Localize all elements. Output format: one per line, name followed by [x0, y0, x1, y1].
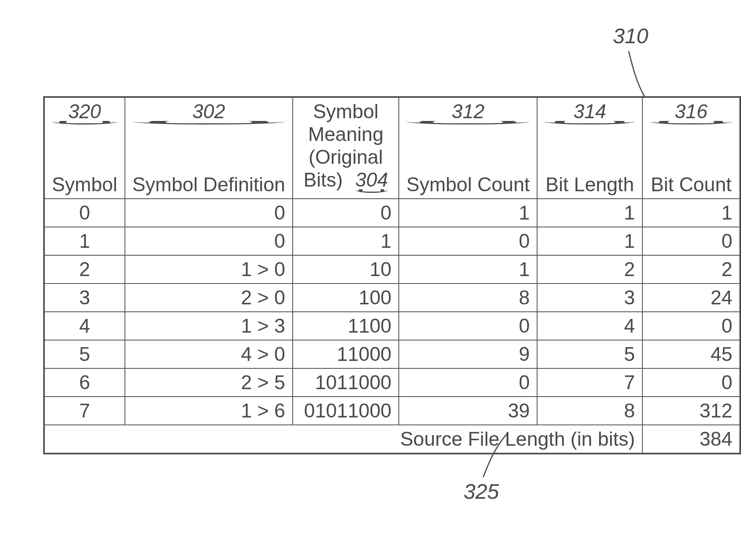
cell-bitlen: 7 — [537, 368, 642, 397]
cell-definition: 1 > 3 — [125, 312, 293, 340]
callout-325: 325 — [464, 479, 499, 503]
col-label-bitlen: Bit Length — [545, 173, 635, 196]
cell-meaning: 1011000 — [293, 368, 399, 397]
cell-bitcount: 312 — [642, 397, 740, 425]
col-header-bitlen: 314 Bit Length — [537, 97, 642, 199]
table-row: 54 > 0110009545 — [44, 340, 740, 368]
cell-count: 1 — [399, 255, 537, 284]
cell-bitcount: 0 — [642, 312, 740, 340]
col-label-definition: Symbol Definition — [132, 173, 285, 196]
cell-meaning: 01011000 — [293, 397, 399, 425]
cell-definition: 2 > 0 — [125, 284, 293, 312]
table-row: 000111 — [44, 199, 740, 227]
ref-320: 320 — [52, 100, 117, 124]
col-header-symbol: 320 Symbol — [44, 97, 125, 199]
table-row: 62 > 51011000070 — [44, 368, 740, 397]
table-row: 101010 — [44, 227, 740, 255]
cell-symbol: 7 — [44, 397, 125, 425]
cell-bitcount: 1 — [642, 199, 740, 227]
cell-definition: 0 — [125, 199, 293, 227]
cell-count: 0 — [399, 227, 537, 255]
cell-meaning: 11000 — [293, 340, 399, 368]
cell-meaning: 1 — [293, 227, 399, 255]
cell-definition: 4 > 0 — [125, 340, 293, 368]
cell-bitcount: 2 — [642, 255, 740, 284]
cell-count: 9 — [399, 340, 537, 368]
ref-314: 314 — [545, 100, 635, 124]
table-row: 32 > 01008324 — [44, 284, 740, 312]
ref-304: 304 — [355, 168, 388, 193]
cell-meaning: 1100 — [293, 312, 399, 340]
cell-bitlen: 2 — [537, 255, 642, 284]
cell-count: 1 — [399, 199, 537, 227]
ref-302: 302 — [132, 100, 285, 124]
col-label-meaning-l3: (Original — [300, 146, 392, 168]
cell-definition: 2 > 5 — [125, 368, 293, 397]
col-header-count: 312 Symbol Count — [399, 97, 537, 199]
cell-count: 8 — [399, 284, 537, 312]
table-row: 71 > 601011000398312 — [44, 397, 740, 425]
table-header-row: 320 Symbol 302 Symbol Definition Symbol … — [44, 97, 740, 199]
col-label-meaning-l2: Meaning — [300, 123, 392, 146]
col-label-meaning-l1: Symbol — [300, 100, 392, 123]
col-header-definition: 302 Symbol Definition — [125, 97, 293, 199]
cell-definition: 1 > 0 — [125, 255, 293, 284]
cell-bitcount: 45 — [642, 340, 740, 368]
cell-bitcount: 24 — [642, 284, 740, 312]
cell-bitcount: 0 — [642, 227, 740, 255]
col-label-symbol: Symbol — [52, 173, 117, 196]
symbol-table: 320 Symbol 302 Symbol Definition Symbol … — [43, 96, 741, 454]
cell-definition: 0 — [125, 227, 293, 255]
cell-bitlen: 1 — [537, 199, 642, 227]
cell-count: 39 — [399, 397, 537, 425]
col-label-count: Symbol Count — [406, 173, 530, 196]
cell-meaning: 0 — [293, 199, 399, 227]
cell-bitlen: 1 — [537, 227, 642, 255]
cell-count: 0 — [399, 368, 537, 397]
ref-312: 312 — [406, 100, 530, 124]
table-body: 00011110101021 > 01012232 > 0100832441 >… — [44, 199, 740, 425]
cell-symbol: 6 — [44, 368, 125, 397]
cell-bitlen: 4 — [537, 312, 642, 340]
figure-310-table-wrap: 320 Symbol 302 Symbol Definition Symbol … — [43, 96, 741, 454]
footer-label: Source File Length (in bits) — [44, 425, 642, 454]
footer-value: 384 — [642, 425, 740, 454]
ref-316: 316 — [650, 100, 732, 124]
cell-count: 0 — [399, 312, 537, 340]
col-header-meaning: Symbol Meaning (Original Bits) 304 — [293, 97, 399, 199]
cell-symbol: 3 — [44, 284, 125, 312]
col-header-bitcount: 316 Bit Count — [642, 97, 740, 199]
table-footer-row: Source File Length (in bits) 384 — [44, 425, 740, 454]
cell-definition: 1 > 6 — [125, 397, 293, 425]
table-row: 21 > 010122 — [44, 255, 740, 284]
cell-symbol: 2 — [44, 255, 125, 284]
cell-meaning: 10 — [293, 255, 399, 284]
callout-310: 310 — [613, 24, 648, 48]
cell-bitlen: 5 — [537, 340, 642, 368]
cell-bitlen: 3 — [537, 284, 642, 312]
cell-meaning: 100 — [293, 284, 399, 312]
cell-symbol: 5 — [44, 340, 125, 368]
table-row: 41 > 31100040 — [44, 312, 740, 340]
col-label-meaning-l4: Bits) — [303, 169, 343, 191]
cell-bitcount: 0 — [642, 368, 740, 397]
col-label-bitcount: Bit Count — [650, 173, 732, 196]
cell-bitlen: 8 — [537, 397, 642, 425]
cell-symbol: 0 — [44, 199, 125, 227]
cell-symbol: 1 — [44, 227, 125, 255]
cell-symbol: 4 — [44, 312, 125, 340]
